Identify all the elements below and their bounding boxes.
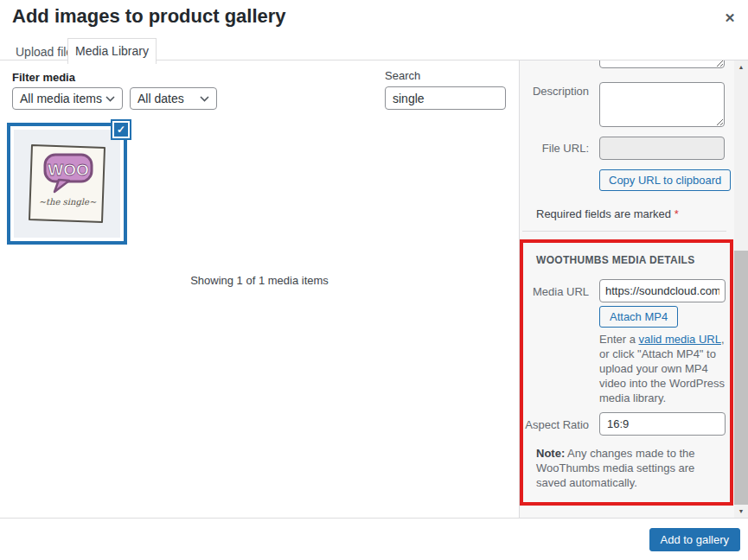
woothumbs-heading: WOOTHUMBS MEDIA DETAILS <box>536 254 695 266</box>
filter-media-label: Filter media <box>12 71 75 84</box>
file-url-label: File URL: <box>522 142 589 155</box>
scroll-up-icon[interactable]: ▲ <box>734 60 748 74</box>
help-prefix: Enter a <box>599 333 639 346</box>
media-url-help-text: Enter a valid media URL, or click "Attac… <box>599 332 732 405</box>
woothumbs-note: Note: Any changes made to the WooThumbs … <box>536 446 727 490</box>
sidebar-scrollbar[interactable]: ▲ ▼ <box>734 60 748 519</box>
chevron-down-icon <box>105 96 115 102</box>
woo-caption-text: ~the single~ <box>38 197 96 207</box>
caption-textarea-cutoff[interactable] <box>599 60 725 68</box>
description-label: Description <box>522 85 589 98</box>
check-icon[interactable]: ✓ <box>112 121 130 138</box>
tab-media-library[interactable]: Media Library <box>67 38 157 64</box>
aspect-ratio-label: Aspect Ratio <box>522 418 589 431</box>
description-textarea[interactable] <box>599 82 725 127</box>
media-modal: Add images to product gallery ✕ Upload f… <box>0 0 748 560</box>
chevron-down-icon <box>200 96 209 102</box>
woo-bubble-text: WOO <box>48 161 89 179</box>
date-filter-select[interactable]: All dates <box>130 87 217 110</box>
required-fields-text: Required fields are marked <box>536 207 674 220</box>
media-type-select-value: All media items <box>20 92 102 105</box>
scroll-down-icon[interactable]: ▼ <box>734 505 748 519</box>
close-icon[interactable]: ✕ <box>721 10 738 27</box>
attach-mp4-button[interactable]: Attach MP4 <box>599 306 678 328</box>
attachment-thumbnail: WOO ~the single~ <box>14 130 120 238</box>
required-fields-note: Required fields are marked * <box>536 207 679 220</box>
required-asterisk: * <box>674 207 679 220</box>
date-filter-select-value: All dates <box>137 92 184 105</box>
scrollbar-thumb[interactable] <box>734 251 748 505</box>
search-label: Search <box>385 69 420 82</box>
media-type-select[interactable]: All media items <box>12 87 123 110</box>
page-title: Add images to product gallery <box>12 5 286 28</box>
media-attachment-selected[interactable]: ✓ WOO ~the single~ <box>7 123 127 245</box>
media-url-input[interactable] <box>599 279 726 302</box>
section-divider <box>522 231 726 232</box>
valid-media-url-link[interactable]: valid media URL <box>639 333 721 346</box>
showing-count-text: Showing 1 of 1 media items <box>0 274 519 287</box>
modal-footer: Add to gallery <box>0 519 748 560</box>
copy-url-button[interactable]: Copy URL to clipboard <box>599 169 731 191</box>
note-bold: Note: <box>536 447 565 460</box>
woo-single-illustration: WOO ~the single~ <box>24 139 111 229</box>
file-url-input <box>599 137 725 160</box>
search-input[interactable] <box>385 86 506 110</box>
aspect-ratio-input[interactable] <box>599 412 726 436</box>
media-url-label: Media URL <box>522 285 589 298</box>
add-to-gallery-button[interactable]: Add to gallery <box>649 528 741 551</box>
